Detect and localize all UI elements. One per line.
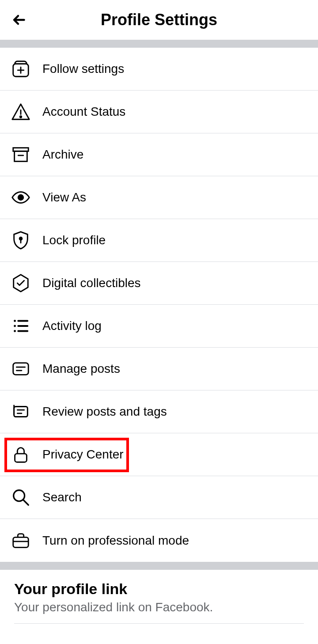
section-subtitle: Your personalized link on Facebook.: [14, 600, 304, 614]
section-title: Your profile link: [14, 580, 304, 598]
menu-item-account-status[interactable]: Account Status: [0, 91, 318, 133]
menu-item-follow-settings[interactable]: Follow settings: [0, 48, 318, 91]
profile-link-section: Your profile link Your personalized link…: [0, 570, 318, 628]
menu-item-archive[interactable]: Archive: [0, 133, 318, 176]
menu-item-lock-profile[interactable]: Lock profile: [0, 219, 318, 262]
menu-item-label: Digital collectibles: [42, 276, 141, 290]
hexagon-check-icon: [11, 273, 31, 293]
briefcase-icon: [11, 530, 31, 551]
page-title: Profile Settings: [11, 11, 307, 29]
svg-rect-9: [13, 363, 29, 375]
review-tags-icon: [11, 402, 31, 422]
search-icon: [11, 487, 31, 508]
manage-posts-icon: [11, 359, 31, 379]
menu-item-label: Follow settings: [42, 62, 124, 76]
section-divider: [0, 562, 318, 570]
section-divider: [0, 40, 318, 48]
menu-item-review-posts-tags[interactable]: Review posts and tags: [0, 390, 318, 433]
svg-rect-11: [15, 454, 27, 462]
svg-point-1: [20, 116, 21, 117]
menu-item-label: Review posts and tags: [42, 405, 167, 419]
svg-point-6: [14, 320, 16, 322]
settings-menu: Follow settings Account Status Archive: [0, 48, 318, 562]
svg-rect-13: [13, 537, 29, 547]
menu-item-activity-log[interactable]: Activity log: [0, 305, 318, 348]
svg-rect-10: [14, 407, 28, 417]
menu-item-privacy-center[interactable]: Privacy Center: [0, 433, 318, 476]
archive-box-icon: [11, 144, 31, 165]
section-divider-thin: [14, 623, 304, 624]
lock-icon: [11, 444, 31, 465]
menu-item-label: Activity log: [42, 319, 102, 333]
shield-lock-icon: [11, 230, 31, 250]
svg-point-4: [18, 195, 23, 200]
svg-point-8: [14, 330, 16, 332]
menu-item-search[interactable]: Search: [0, 476, 318, 519]
menu-item-label: View As: [42, 190, 86, 205]
menu-item-label: Archive: [42, 148, 83, 162]
menu-item-professional-mode[interactable]: Turn on professional mode: [0, 519, 318, 562]
menu-item-view-as[interactable]: View As: [0, 176, 318, 219]
menu-item-label: Turn on professional mode: [42, 534, 189, 548]
svg-rect-3: [15, 151, 27, 161]
menu-item-label: Account Status: [42, 105, 125, 119]
menu-item-label: Privacy Center: [42, 447, 124, 462]
eye-icon: [11, 187, 31, 208]
warning-triangle-icon: [11, 102, 31, 122]
menu-item-label: Lock profile: [42, 233, 106, 247]
activity-list-icon: [11, 316, 31, 336]
header: Profile Settings: [0, 0, 318, 40]
menu-item-label: Manage posts: [42, 362, 120, 376]
follow-settings-icon: [11, 59, 31, 79]
menu-item-digital-collectibles[interactable]: Digital collectibles: [0, 262, 318, 305]
svg-point-7: [14, 325, 16, 327]
menu-item-manage-posts[interactable]: Manage posts: [0, 348, 318, 390]
menu-item-label: Search: [42, 490, 82, 504]
